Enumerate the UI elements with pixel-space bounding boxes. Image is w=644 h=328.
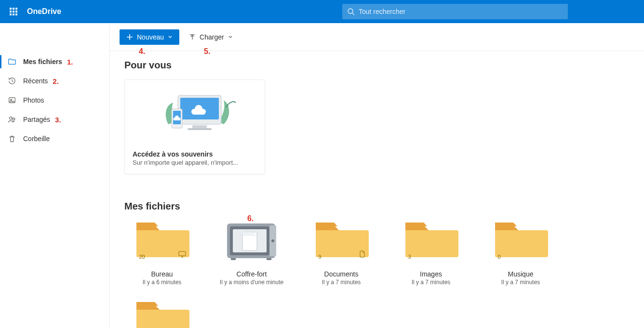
search-input[interactable]: [359, 8, 563, 15]
folder-icon: 0: [134, 300, 190, 328]
svg-rect-11: [192, 125, 207, 128]
file-item-images[interactable]: 3 Images Il y a 7 minutes: [393, 221, 469, 286]
files-section: Mes fichiers 6. 20 Bureau Il y a 6 minut…: [124, 201, 630, 328]
file-item-coffre-fort[interactable]: Coffre-fort Il y a moins d'une minute: [214, 221, 289, 286]
folder-icon: 9: [314, 221, 369, 262]
main: Nouveau Charger 4. 5. Pour vous: [110, 23, 644, 328]
sidebar-item-label: Partagés: [23, 116, 50, 123]
for-you-card[interactable]: Accédez à vos souvenirs Sur n'importe qu…: [124, 79, 265, 174]
file-name: Documents: [324, 270, 359, 278]
file-subtitle: Il y a 7 minutes: [501, 279, 540, 286]
search-icon: [347, 8, 355, 15]
brand-title: OneDrive: [27, 7, 61, 16]
clock-icon: [8, 77, 16, 85]
annotation-1: 1.: [67, 58, 73, 66]
plus-icon: [126, 34, 133, 40]
card-illustration: [125, 80, 265, 144]
folder-icon: [8, 57, 16, 66]
chevron-down-icon: [168, 35, 173, 39]
file-subtitle: Il y a 7 minutes: [322, 279, 361, 286]
file-item-documents[interactable]: 9 Documents Il y a 7 minutes: [304, 221, 379, 286]
photo-icon: [8, 96, 16, 105]
sidebar-item-shared[interactable]: Partagés 3.: [0, 110, 109, 129]
svg-line-1: [352, 13, 354, 15]
file-name: Coffre-fort: [237, 270, 267, 278]
devices-cloud-icon: [151, 86, 238, 139]
vault-icon: [224, 221, 280, 262]
app-header: OneDrive: [0, 0, 644, 23]
new-button-label: Nouveau: [137, 33, 164, 41]
sidebar-item-label: Corbeille: [23, 135, 50, 143]
svg-rect-12: [188, 128, 212, 130]
sidebar-item-label: Récents: [23, 77, 48, 85]
app-launcher-button[interactable]: [4, 2, 23, 21]
annotation-3: 3.: [55, 116, 61, 124]
svg-point-4: [10, 117, 12, 119]
content: Pour vous: [110, 51, 644, 328]
file-item-musique[interactable]: 0 Musique Il y a 7 minutes: [483, 221, 558, 286]
search-box[interactable]: [342, 4, 568, 19]
svg-rect-15: [179, 251, 186, 256]
svg-point-22: [271, 239, 274, 242]
sidebar-item-label: Mes fichiers: [23, 58, 62, 66]
file-item-pièces-jointes[interactable]: 0 Pièces jointes 20/11/2018: [124, 300, 200, 328]
trash-icon: [8, 134, 16, 143]
waffle-icon: [10, 8, 17, 15]
upload-button[interactable]: Charger: [184, 29, 238, 45]
people-icon: [8, 115, 16, 124]
sidebar-item-recent[interactable]: Récents 2.: [0, 71, 109, 91]
sidebar-item-photos[interactable]: Photos: [0, 91, 109, 110]
svg-point-3: [11, 99, 12, 101]
search-wrap: [342, 4, 568, 19]
upload-button-label: Charger: [200, 33, 224, 41]
files-title: Mes fichiers: [124, 201, 630, 212]
files-grid: 20 Bureau Il y a 6 minutes Coffre-fort I…: [124, 221, 630, 328]
card-body: Accédez à vos souvenirs Sur n'importe qu…: [125, 144, 265, 174]
folder-icon: 20: [134, 221, 190, 262]
file-subtitle: Il y a 6 minutes: [143, 279, 182, 286]
file-subtitle: Il y a 7 minutes: [412, 279, 451, 286]
toolbar: Nouveau Charger 4. 5.: [110, 23, 644, 51]
svg-point-0: [348, 9, 353, 13]
sidebar-item-label: Photos: [23, 96, 44, 104]
file-item-bureau[interactable]: 20 Bureau Il y a 6 minutes: [124, 221, 200, 286]
file-subtitle: Il y a moins d'une minute: [220, 279, 283, 286]
file-name: Bureau: [151, 270, 173, 278]
folder-icon: 0: [493, 221, 549, 262]
file-name: Images: [420, 270, 442, 278]
sidebar-item-trash[interactable]: Corbeille: [0, 129, 109, 148]
annotation-2: 2.: [53, 77, 59, 85]
for-you-title: Pour vous: [124, 60, 630, 71]
chevron-down-icon: [228, 35, 233, 39]
upload-icon: [189, 34, 196, 40]
card-title: Accédez à vos souvenirs: [133, 150, 257, 158]
sidebar: Mes fichiers 1. Récents 2. Photos Partag…: [0, 23, 110, 328]
new-button[interactable]: Nouveau: [120, 29, 179, 45]
svg-rect-24: [231, 258, 236, 260]
sidebar-item-my-files[interactable]: Mes fichiers 1.: [0, 52, 109, 71]
svg-point-5: [13, 118, 15, 120]
svg-rect-25: [267, 258, 271, 260]
file-name: Musique: [508, 270, 534, 278]
folder-icon: 3: [403, 221, 459, 262]
shell: Mes fichiers 1. Récents 2. Photos Partag…: [0, 23, 644, 328]
card-subtitle: Sur n'importe quel appareil, n'import...: [133, 159, 257, 166]
